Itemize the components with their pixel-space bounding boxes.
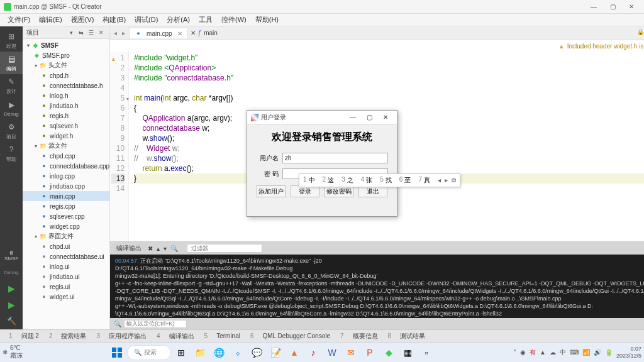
kit-selector[interactable]: 🖥SMSF — [0, 248, 23, 264]
tray-chevron-icon[interactable]: ˄ — [513, 349, 516, 356]
powerpoint-icon[interactable]: P — [361, 344, 379, 361]
edge-icon[interactable]: 🌐 — [210, 344, 228, 361]
ime-candidate[interactable]: 3之 — [341, 176, 353, 185]
menu-help[interactable]: 帮助(H) — [252, 14, 282, 26]
split-icon[interactable]: ☰ — [87, 28, 96, 37]
tree-row[interactable]: ●regis.cpp — [23, 201, 109, 211]
tray-youdao-icon[interactable]: 有 — [530, 348, 536, 357]
tree-row[interactable]: ●jindutiao.ui — [23, 272, 109, 282]
dialog-minimize-button[interactable]: — — [345, 112, 360, 123]
wechat-icon[interactable]: 💬 — [248, 344, 265, 361]
qtcreator-taskbar-icon[interactable]: ◆ — [380, 344, 397, 361]
matlab-icon[interactable]: ▲ — [286, 344, 303, 361]
filter-icon[interactable]: ▾ — [67, 28, 75, 37]
tree-row[interactable]: ●inlog.cpp — [23, 171, 109, 181]
mail-icon[interactable]: ✉ — [342, 344, 360, 361]
ime-candidate[interactable]: 6至 — [399, 176, 411, 185]
dialog-close-button[interactable]: ✕ — [378, 112, 393, 123]
tree-row[interactable]: ▾📁界面文件 — [23, 231, 109, 241]
tray-wifi-icon[interactable]: 📶 — [582, 349, 590, 356]
ime-candidate[interactable]: 7真 — [418, 176, 430, 185]
tray-battery-icon[interactable]: 🔋 — [605, 349, 613, 356]
mode-help[interactable]: ?帮助 — [0, 142, 23, 165]
tray-app-icon[interactable]: ◉ — [520, 349, 526, 356]
maximize-button[interactable]: ▢ — [604, 1, 621, 13]
weather-widget[interactable]: ❄ 6°C霜冻 — [3, 344, 23, 360]
build-config[interactable]: Debug — [0, 264, 23, 280]
menu-view[interactable]: 视图(V) — [67, 14, 98, 26]
menu-tools[interactable]: 工具 — [195, 14, 216, 26]
symbol-crumb[interactable]: ✕ ƒ main — [191, 30, 218, 36]
status-item[interactable]: Terminal — [213, 332, 244, 340]
clear-icon[interactable]: ✖ — [148, 245, 153, 252]
menu-analyze[interactable]: 分析(A) — [163, 14, 194, 26]
status-item[interactable]: 问题 2 — [18, 331, 43, 341]
taskbar-search[interactable]: 🔍搜索 — [127, 345, 171, 360]
tab-close-icon[interactable]: ✕ — [177, 30, 182, 37]
down-icon[interactable]: ▾ — [164, 245, 167, 252]
tree-row[interactable]: ●chpd.cpp — [23, 151, 109, 161]
tree-row[interactable]: ●connectdatabase.cpp — [23, 161, 109, 171]
output-filter-input[interactable] — [187, 244, 262, 253]
status-item[interactable]: 应用程序输出 — [105, 331, 150, 341]
menu-edit[interactable]: 编辑(E) — [35, 14, 66, 26]
tray-clock[interactable]: 0:072023/12/5 — [616, 346, 641, 359]
ime-next-icon[interactable]: ▸ — [445, 177, 448, 184]
ime-candidate[interactable]: 1中 — [303, 176, 315, 185]
status-item[interactable]: 编译输出 — [165, 331, 198, 341]
add-user-button[interactable]: 添加用户 — [257, 185, 286, 197]
dialog-titlebar[interactable]: 用户登录 — ▢ ✕ — [247, 111, 397, 124]
dialog-maximize-button[interactable]: ▢ — [362, 112, 377, 123]
mode-projects[interactable]: ⚙项目 — [0, 119, 23, 142]
tree-row[interactable]: ●connectdatabase.ui — [23, 251, 109, 261]
start-button[interactable] — [108, 344, 126, 361]
tree-row[interactable]: ●connectdatabase.h — [23, 80, 109, 90]
status-item[interactable]: 测试结果 — [396, 331, 429, 341]
ime-candidate-bar[interactable]: 1中2这3之4张5找6至7真◂▸⧉ — [299, 173, 460, 187]
menu-debug[interactable]: 调试(D) — [131, 14, 162, 26]
close-panel-icon[interactable]: ✕ — [97, 28, 106, 37]
tree-row[interactable]: ▾📁头文件 — [23, 60, 109, 70]
ime-candidate[interactable]: 4张 — [361, 176, 373, 185]
tree-row[interactable]: ●chpd.ui — [23, 241, 109, 251]
username-input[interactable] — [282, 153, 388, 163]
system-tray[interactable]: ˄ ◉ 有 ▲ ☁ 中 ⌨ 📶 🔊 🔋 0:072023/12/5 — [513, 346, 641, 359]
mode-debug[interactable]: ▶Debug — [0, 97, 23, 119]
menu-file[interactable]: 文件(F) — [4, 14, 34, 26]
tree-row[interactable]: ●jindutiao.cpp — [23, 181, 109, 191]
nav-fwd-icon[interactable]: ▸ — [121, 30, 126, 36]
tree-row[interactable]: ●inlog.h — [23, 90, 109, 101]
tree-body[interactable]: ▾◆SMSF◆SMSF.pro▾📁头文件●chpd.h●connectdatab… — [23, 39, 109, 329]
word-icon[interactable]: W — [323, 344, 341, 361]
minimize-button[interactable]: — — [585, 1, 602, 13]
ime-candidate[interactable]: 2这 — [323, 176, 335, 185]
build-button[interactable]: 🔨 — [0, 313, 23, 329]
mode-welcome[interactable]: ⊞欢迎 — [0, 29, 23, 52]
search-icon[interactable]: 🔍 — [170, 245, 178, 252]
tree-row[interactable]: ●inlog.ui — [23, 261, 109, 272]
run-button[interactable]: ▶ — [0, 280, 23, 297]
tray-volume-icon[interactable]: 🔊 — [594, 349, 601, 356]
tree-row[interactable]: ●widget.ui — [23, 292, 109, 302]
tray-onedrive-icon[interactable]: ☁ — [550, 349, 556, 356]
mode-design[interactable]: ✎设计 — [0, 74, 23, 97]
task-view-icon[interactable]: ⊞ — [172, 344, 190, 361]
tree-row[interactable]: ◆SMSF.pro — [23, 50, 109, 60]
tree-row[interactable]: ●jindutiao.h — [23, 101, 109, 111]
tree-row[interactable]: ▾◆SMSF — [23, 40, 109, 50]
tray-ime-icon[interactable]: 中 — [560, 348, 566, 357]
app-taskbar-icon[interactable]: ▫ — [418, 344, 435, 361]
tray-flag-icon[interactable]: ▲ — [540, 349, 546, 356]
lock-icon[interactable]: 🔒 — [637, 29, 644, 37]
output-body[interactable]: 00:04:57: 正在启动 "D:\QT4.6.1\Tools\mingw11… — [110, 255, 644, 318]
locator-input[interactable] — [124, 320, 187, 328]
tree-row[interactable]: ▾📁源文件 — [23, 141, 109, 151]
mode-edit[interactable]: ▤编辑 — [0, 52, 23, 74]
status-item[interactable]: QML Debugger Console — [259, 332, 334, 340]
tree-row[interactable]: ●widget.cpp — [23, 221, 109, 231]
ime-candidate[interactable]: 5找 — [380, 176, 392, 185]
menu-build[interactable]: 构建(B) — [99, 14, 130, 26]
menu-widgets[interactable]: 控件(W) — [218, 14, 250, 26]
link-icon[interactable]: ⇆ — [77, 28, 86, 37]
typora-icon[interactable]: 📝 — [267, 344, 284, 361]
